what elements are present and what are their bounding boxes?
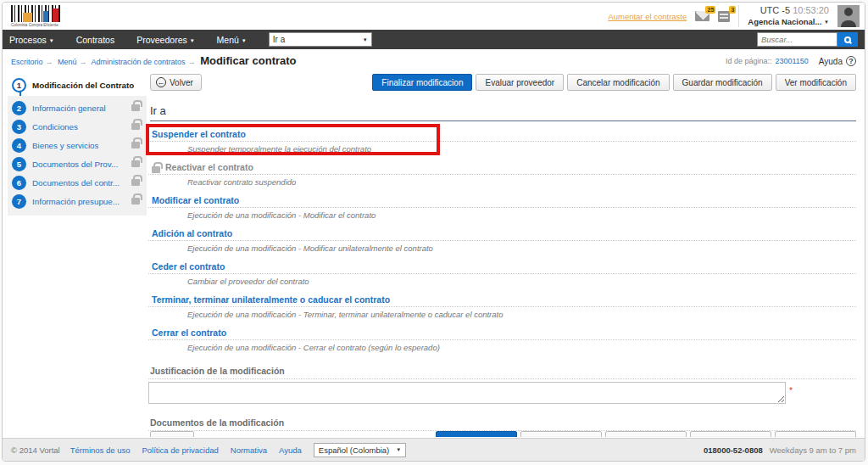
lock-icon: [131, 160, 140, 167]
contract-option: Suspender el contrato Suspender temporal…: [148, 128, 856, 154]
action-button-partial[interactable]: [436, 431, 517, 437]
help-icon[interactable]: ?: [846, 56, 856, 66]
nav-item[interactable]: Menú ▼: [217, 35, 247, 45]
language-select[interactable]: Español (Colombia) ▼: [314, 443, 406, 457]
step-label: Documentos del Prov...: [32, 160, 118, 169]
partial-bottom-actions: [436, 431, 856, 437]
toolbar: ← Volver Finalizar modificacion Evaluar …: [148, 74, 856, 96]
step-label: Documentos del contr...: [32, 178, 120, 188]
option-link[interactable]: Suspender el contrato: [148, 128, 856, 142]
goto-select-value: Ir a: [273, 35, 285, 44]
breadcrumb-link[interactable]: Administración de contratos: [92, 58, 186, 66]
sidebar-step[interactable]: 6 Documentos del contr...: [8, 173, 147, 192]
contract-option: Adición al contrato Ejecución de una mod…: [148, 227, 856, 253]
option-description: Ejecución de una modificación - Terminar…: [187, 310, 856, 319]
action-button-partial[interactable]: [605, 431, 687, 437]
option-description: Ejecución de una modificación - Modifica…: [187, 210, 856, 220]
option-link[interactable]: Ceder el contrato: [148, 261, 856, 274]
documents-label: Documentos de la modificación: [148, 416, 856, 431]
breadcrumb-link[interactable]: Escritorio: [11, 58, 43, 66]
sidebar-step-1[interactable]: 1 Modificación del Contrato: [8, 76, 147, 94]
back-arrow-icon: ←: [156, 77, 166, 87]
logo[interactable]: Colombia Compra Eficiente: [11, 5, 62, 27]
contract-option: Cerrar el contrato Ejecución de una modi…: [148, 327, 856, 352]
footer-link[interactable]: Normativa: [231, 445, 267, 455]
action-button-partial[interactable]: [690, 431, 771, 437]
action-button[interactable]: Guardar modificación: [673, 74, 772, 91]
step-label: Información general: [32, 104, 106, 113]
sidebar-step[interactable]: 5 Documentos del Prov...: [8, 154, 147, 173]
logo-red-bar: [53, 8, 58, 22]
nav-item[interactable]: Contratos: [76, 35, 115, 45]
footer-link[interactable]: Términos de uso: [70, 445, 131, 455]
main-content: ← Volver Finalizar modificacion Evaluar …: [148, 74, 856, 437]
action-button-partial[interactable]: [775, 431, 856, 437]
action-button[interactable]: Finalizar modificacion: [372, 74, 472, 91]
option-link[interactable]: Cerrar el contrato: [148, 327, 856, 340]
breadcrumb: Escritorio→ Menú→ Administración de cont…: [11, 54, 297, 67]
option-description: Reactivar contrato suspendido: [187, 177, 856, 187]
contract-option: Modificar el contrato Ejecución de una m…: [148, 194, 856, 220]
language-value: Español (Colombia): [319, 445, 389, 455]
utc-offset: UTC -5: [760, 5, 790, 15]
action-button[interactable]: Cancelar modificación: [567, 74, 669, 91]
search-input[interactable]: [757, 32, 837, 47]
logo-blue-bar: [43, 11, 48, 22]
logo-caption: Colombia Compra Eficiente: [11, 23, 62, 27]
clock-time: 10:53:20: [793, 5, 829, 15]
action-button-partial[interactable]: [150, 431, 194, 437]
increase-contrast-link[interactable]: Aumentar el contraste: [608, 12, 687, 21]
justification-row: *: [148, 379, 856, 404]
messages-button[interactable]: 25: [695, 11, 709, 21]
back-button[interactable]: ← Volver: [150, 74, 202, 91]
breadcrumb-row: Escritorio→ Menú→ Administración de cont…: [3, 49, 865, 71]
lock-icon: [131, 142, 140, 148]
step-label: Información presupue...: [32, 197, 120, 206]
justification-textarea[interactable]: [148, 382, 786, 404]
step-number-circle: 7: [12, 194, 26, 209]
option-description: Ejecución de una modificación - Cerrar e…: [187, 343, 856, 352]
footer-link[interactable]: Política de privacidad: [142, 445, 218, 455]
action-button[interactable]: Ver modificación: [776, 74, 856, 91]
option-link[interactable]: Reactivar el contrato: [148, 161, 856, 175]
contract-option: Ceder el contrato Cambiar el proveedor d…: [148, 261, 856, 286]
breadcrumb-link[interactable]: Menú: [58, 58, 77, 66]
logo-barcode-image: [11, 5, 60, 22]
alerts-count-badge: 3: [729, 6, 736, 14]
step-label: Condiciones: [32, 122, 78, 132]
footer-link[interactable]: Ayuda: [279, 445, 302, 455]
option-link[interactable]: Modificar el contrato: [148, 194, 856, 208]
contract-options-list: Suspender el contrato Suspender temporal…: [148, 128, 856, 352]
step-label: Modificación del Contrato: [32, 81, 134, 90]
goto-select[interactable]: Ir a ▼: [269, 32, 372, 47]
option-link[interactable]: Terminar, terminar unilateralmente o cad…: [148, 294, 856, 307]
page-id-label: Id de página::: [726, 57, 772, 65]
sidebar-step[interactable]: 4 Bienes y servicios: [8, 136, 147, 154]
sidebar-step[interactable]: 7 Información presupue...: [8, 192, 147, 210]
alerts-button[interactable]: 3: [718, 11, 730, 22]
avatar[interactable]: [837, 5, 860, 27]
page-title: Modificar contrato: [200, 54, 296, 67]
nav-item[interactable]: Proveedores ▼: [136, 35, 194, 45]
account-menu[interactable]: Agencia Nacional... ▼: [748, 17, 829, 26]
search-area: [757, 32, 858, 47]
contract-option: Terminar, terminar unilateralmente o cad…: [148, 294, 856, 319]
header-right: Aumentar el contraste 25 3 UTC -5 10:53:…: [608, 3, 860, 30]
messages-count-badge: 25: [705, 6, 715, 14]
option-description: Ejecución de una modificación - Modifica…: [187, 244, 856, 253]
step-number-circle: 3: [12, 120, 26, 134]
action-button-partial[interactable]: [520, 431, 602, 437]
page-id-value[interactable]: 23001150: [775, 57, 808, 65]
sidebar-step[interactable]: 2 Información general: [8, 98, 147, 117]
help-link[interactable]: Ayuda: [819, 57, 843, 66]
step-number-circle: 1: [12, 78, 26, 92]
nav-item[interactable]: Procesos ▼: [9, 35, 54, 45]
search-button[interactable]: [837, 32, 858, 47]
option-link[interactable]: Adición al contrato: [148, 227, 856, 241]
chevron-down-icon: ▼: [363, 37, 368, 42]
lock-icon: [131, 123, 140, 130]
sidebar-step[interactable]: 3 Condiciones: [8, 117, 147, 136]
action-button[interactable]: Evaluar proveedor: [476, 74, 564, 91]
footer: © 2014 Vortal Términos de uso Política d…: [3, 438, 865, 461]
header: Colombia Compra Eficiente Aumentar el co…: [3, 3, 865, 30]
